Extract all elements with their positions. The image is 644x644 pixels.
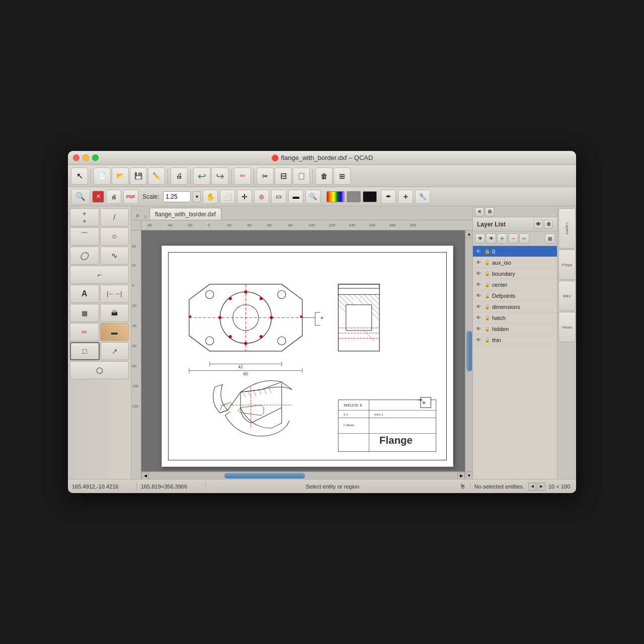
- arc-tool-button[interactable]: ⌒: [70, 227, 99, 246]
- svg-rect-3: [338, 410, 369, 418]
- layer-item-aux-iso[interactable]: 👁 🔓 aux_iso: [473, 257, 557, 268]
- tab-close-icon[interactable]: ✕: [133, 212, 141, 220]
- modify-tool-button[interactable]: ↗: [101, 342, 129, 360]
- main-window: 🔴 flange_with_border.dxf – QCAD ↖ 📄 📂 💾 …: [68, 151, 576, 493]
- layer-visible-toggle2[interactable]: 👁: [486, 233, 496, 244]
- circle-tool-button[interactable]: ○: [100, 227, 129, 246]
- layer-add-button[interactable]: +: [497, 233, 507, 244]
- pan-tool-button[interactable]: ✋: [203, 190, 218, 204]
- ruler-left: 40 20 0 -20 -40 -60 -80 -100 -120: [131, 230, 141, 479]
- new-button[interactable]: 📄: [94, 168, 111, 185]
- toolbar-sep-3: [190, 169, 191, 183]
- mini-panel-properties[interactable]: Props: [558, 250, 576, 280]
- mini-panel-blocks[interactable]: Blks: [558, 281, 576, 311]
- nav-prev-button[interactable]: ◀: [528, 482, 536, 491]
- layer-item-0[interactable]: 👁 🔓 0: [473, 246, 557, 257]
- view-zoom-button[interactable]: 🔍: [71, 189, 90, 205]
- snap-grid-button[interactable]: ++: [70, 208, 99, 226]
- select-rect-button[interactable]: ⬜: [220, 190, 235, 204]
- scroll-thumb-v[interactable]: [466, 331, 472, 371]
- ellipse-tool-button[interactable]: ◯: [70, 247, 99, 265]
- layer-visible-toggle[interactable]: 👁: [475, 233, 485, 244]
- delete-button[interactable]: 🗑: [315, 168, 333, 185]
- saveas-button[interactable]: ✏️: [148, 168, 165, 185]
- fit-button[interactable]: ▭: [271, 190, 286, 204]
- cut-button[interactable]: ✂: [257, 168, 274, 185]
- select-cross-button[interactable]: ⊕: [254, 190, 269, 204]
- layer-item-defpoints[interactable]: 👁 🔓 Defpoints: [473, 290, 557, 301]
- nav-next-button[interactable]: ▶: [537, 482, 545, 491]
- layer-item-thin[interactable]: 👁 🔓 thin: [473, 335, 557, 346]
- wood-tool-button[interactable]: ▬: [100, 323, 129, 341]
- scroll-thumb-h[interactable]: [224, 473, 305, 478]
- drawing-area[interactable]: -60 -40 -20 0 20 40 60 80 100 120 140 16…: [131, 220, 472, 479]
- hatch-tool-button[interactable]: ▦: [70, 304, 99, 322]
- layer-item-center[interactable]: 👁 🔓 center: [473, 279, 557, 290]
- layer-lock-thin: 🔓: [484, 337, 490, 343]
- layer-edit-button[interactable]: ✏: [519, 233, 529, 244]
- spline-tool-button[interactable]: ∿: [100, 247, 129, 265]
- minimize-button[interactable]: [83, 154, 89, 161]
- text-tool-button[interactable]: A: [70, 285, 99, 303]
- open-button[interactable]: 📂: [112, 168, 129, 185]
- scale-label: Scale:: [142, 193, 159, 200]
- layer-eye-boundary: 👁: [475, 270, 482, 277]
- layer-toggle-all-button[interactable]: 👁: [534, 220, 543, 229]
- svg-text:42: 42: [238, 365, 244, 369]
- pointer-tool-button[interactable]: ↖: [71, 168, 88, 185]
- pencil-tool-button[interactable]: ✏: [70, 323, 99, 341]
- copy-button[interactable]: ⊟: [275, 168, 292, 185]
- maximize-button[interactable]: [92, 154, 99, 161]
- settings-button[interactable]: 🔧: [415, 190, 430, 204]
- erase-button[interactable]: ✏: [234, 168, 251, 185]
- mini-panel-views[interactable]: Views: [558, 312, 576, 342]
- image-tool-button[interactable]: 🏔: [100, 304, 129, 322]
- color-swatch-rainbow[interactable]: [327, 191, 345, 202]
- pen-settings-button[interactable]: ✒: [381, 190, 396, 204]
- rect-tool-button[interactable]: □: [70, 342, 100, 360]
- layer-item-hatch[interactable]: 👁 🔓 hatch: [473, 312, 557, 324]
- scroll-left-button[interactable]: ◀: [141, 472, 149, 479]
- ruler-tick-h5: 20: [227, 223, 231, 227]
- panel-options-button[interactable]: ⚙: [485, 207, 494, 216]
- layer-item-dimensions[interactable]: 👁 🔓 dimensions: [473, 301, 557, 312]
- redo-button[interactable]: ↪: [211, 168, 228, 185]
- save-button[interactable]: 💾: [130, 168, 147, 185]
- fit-page-button[interactable]: ▬: [288, 190, 303, 204]
- layer-item-hidden[interactable]: 👁 🔓 hidden: [473, 324, 557, 335]
- scale-input[interactable]: [163, 191, 191, 202]
- mini-panel-layers[interactable]: Layers: [558, 208, 576, 249]
- layer-lock-hidden: 🔓: [484, 326, 490, 332]
- drawing-canvas[interactable]: 39812/3C K 1:4 A4/1:1 C.Mater. Flange ⊕: [141, 230, 472, 479]
- panel-collapse-button[interactable]: ✕: [475, 207, 484, 216]
- add-item-button[interactable]: +: [398, 190, 413, 204]
- polyline-tool-button[interactable]: ⌐: [70, 266, 129, 284]
- tab-search-icon[interactable]: ⌕: [141, 212, 149, 220]
- scroll-right-button[interactable]: ▶: [457, 472, 465, 479]
- horizontal-scrollbar[interactable]: ◀ ▶: [141, 471, 465, 479]
- layer-remove-button[interactable]: −: [508, 233, 518, 244]
- close-file-button[interactable]: ✕: [92, 191, 104, 203]
- move-button[interactable]: ✛: [237, 190, 252, 204]
- layer-settings-button[interactable]: ⚙: [544, 220, 553, 229]
- vertical-scrollbar[interactable]: ▲ ▼: [465, 230, 472, 479]
- close-button[interactable]: [73, 154, 79, 161]
- block-button[interactable]: ⊞: [334, 168, 351, 185]
- scroll-up-button[interactable]: ▲: [465, 230, 472, 238]
- print-button[interactable]: 🖨: [171, 168, 188, 185]
- file-tab[interactable]: flange_with_border.dxf: [149, 208, 221, 220]
- print2-button[interactable]: 🖨: [106, 190, 121, 204]
- color-swatch-black[interactable]: [363, 191, 377, 202]
- layer-item-boundary[interactable]: 👁 🔓 boundary: [473, 268, 557, 279]
- scroll-down-button[interactable]: ▼: [465, 471, 472, 479]
- dimension-tool-button[interactable]: |←→|: [100, 285, 129, 303]
- pdf-button[interactable]: PDF: [123, 190, 138, 204]
- paste-button[interactable]: 📋: [293, 168, 310, 185]
- layer-filter-button[interactable]: ⊞: [545, 233, 555, 244]
- scale-dropdown-button[interactable]: ▾: [193, 191, 201, 202]
- 3d-box-button[interactable]: ⬡: [70, 361, 129, 379]
- zoom-in-button[interactable]: 🔍: [305, 190, 320, 204]
- color-swatch-gray[interactable]: [347, 191, 361, 202]
- undo-button[interactable]: ↩: [193, 168, 210, 185]
- line-tool-button[interactable]: /: [100, 208, 129, 226]
